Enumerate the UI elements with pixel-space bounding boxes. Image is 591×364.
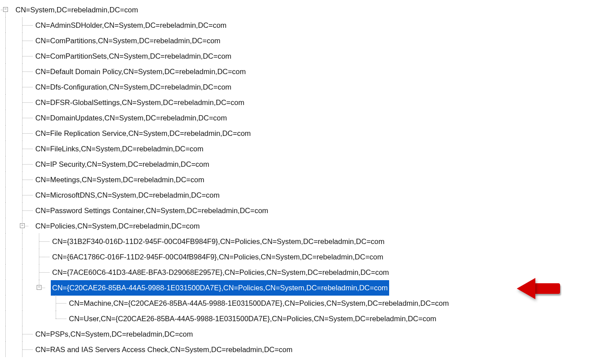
tree-node[interactable]: CN=User,CN={C20CAE26-85BA-44A5-9988-1E03…: [1, 311, 591, 326]
tree-node[interactable]: CN=IP Security,CN=System,DC=rebeladmin,D…: [1, 156, 591, 172]
tree-node[interactable]: CN=File Replication Service,CN=System,DC…: [1, 125, 591, 141]
tree-node-policies[interactable]: − CN=Policies,CN=System,DC=rebeladmin,DC…: [1, 218, 591, 233]
tree-node[interactable]: CN={6AC1786C-016F-11D2-945F-00C04fB984F9…: [1, 249, 591, 264]
tree-label: CN=PSPs,CN=System,DC=rebeladmin,DC=com: [34, 326, 194, 342]
collapse-icon[interactable]: −: [3, 7, 8, 12]
tree-node[interactable]: CN=ComPartitionSets,CN=System,DC=rebelad…: [1, 48, 591, 64]
tree-node[interactable]: CN=RAS and IAS Servers Access Check,CN=S…: [1, 341, 591, 357]
tree-label: CN=ComPartitionSets,CN=System,DC=rebelad…: [34, 49, 233, 64]
tree-label: CN=IP Security,CN=System,DC=rebeladmin,D…: [34, 157, 211, 172]
tree-node[interactable]: CN=AdminSDHolder,CN=System,DC=rebeladmin…: [1, 17, 591, 33]
tree-label: CN=User,CN={C20CAE26-85BA-44A5-9988-1E03…: [68, 311, 438, 326]
tree-node[interactable]: CN=DomainUpdates,CN=System,DC=rebeladmin…: [1, 110, 591, 125]
tree-label: CN=Default Domain Policy,CN=System,DC=re…: [34, 64, 247, 79]
tree-node[interactable]: CN={31B2F340-016D-11D2-945F-00C04FB984F9…: [1, 233, 591, 249]
tree-node[interactable]: CN=Default Domain Policy,CN=System,DC=re…: [1, 64, 591, 79]
tree-node[interactable]: CN=MicrosoftDNS,CN=System,DC=rebeladmin,…: [1, 187, 591, 203]
tree-label: CN=DFSR-GlobalSettings,CN=System,DC=rebe…: [34, 95, 246, 110]
tree-node-root[interactable]: − CN=System,DC=rebeladmin,DC=com: [1, 2, 591, 17]
tree-node[interactable]: CN={7ACE60C6-41D3-4A8E-BFA3-D29068E2957E…: [1, 264, 591, 280]
tree-label: CN=File Replication Service,CN=System,DC…: [34, 126, 252, 141]
tree-label: CN={31B2F340-016D-11D2-945F-00C04FB984F9…: [51, 234, 386, 249]
tree-node[interactable]: CN=DFSR-GlobalSettings,CN=System,DC=rebe…: [1, 94, 591, 110]
tree-label: CN=ComPartitions,CN=System,DC=rebeladmin…: [34, 33, 222, 49]
tree-node[interactable]: CN=FileLinks,CN=System,DC=rebeladmin,DC=…: [1, 141, 591, 156]
tree-node-selected[interactable]: − CN={C20CAE26-85BA-44A5-9988-1E031500DA…: [1, 280, 591, 295]
collapse-icon[interactable]: −: [37, 285, 42, 290]
tree-label: CN=Dfs-Configuration,CN=System,DC=rebela…: [34, 79, 233, 95]
ad-tree-view: − CN=System,DC=rebeladmin,DC=com CN=Admi…: [1, 2, 591, 357]
tree-node[interactable]: CN=Machine,CN={C20CAE26-85BA-44A5-9988-1…: [1, 295, 591, 311]
tree-label: CN=MicrosoftDNS,CN=System,DC=rebeladmin,…: [34, 188, 221, 203]
tree-label: CN={6AC1786C-016F-11D2-945F-00C04fB984F9…: [51, 249, 385, 265]
tree-label: CN=System,DC=rebeladmin,DC=com: [14, 2, 139, 18]
tree-label-selected: CN={C20CAE26-85BA-44A5-9988-1E031500DA7E…: [51, 280, 389, 296]
tree-node[interactable]: CN=Dfs-Configuration,CN=System,DC=rebela…: [1, 79, 591, 94]
collapse-icon[interactable]: −: [20, 223, 25, 228]
tree-node[interactable]: CN=PSPs,CN=System,DC=rebeladmin,DC=com: [1, 326, 591, 341]
tree-label: CN=DomainUpdates,CN=System,DC=rebeladmin…: [34, 110, 228, 126]
tree-label: CN=RAS and IAS Servers Access Check,CN=S…: [34, 342, 294, 357]
tree-node[interactable]: CN=ComPartitions,CN=System,DC=rebeladmin…: [1, 33, 591, 48]
tree-label: CN=AdminSDHolder,CN=System,DC=rebeladmin…: [34, 18, 228, 33]
tree-node[interactable]: CN=Password Settings Container,CN=System…: [1, 203, 591, 218]
tree-label: CN=FileLinks,CN=System,DC=rebeladmin,DC=…: [34, 141, 205, 157]
tree-label: CN=Machine,CN={C20CAE26-85BA-44A5-9988-1…: [68, 296, 450, 311]
tree-label: CN=Password Settings Container,CN=System…: [34, 203, 269, 218]
tree-label: CN=Meetings,CN=System,DC=rebeladmin,DC=c…: [34, 172, 205, 188]
tree-node[interactable]: CN=Meetings,CN=System,DC=rebeladmin,DC=c…: [1, 172, 591, 187]
tree-label: CN=Policies,CN=System,DC=rebeladmin,DC=c…: [34, 218, 201, 234]
tree-label: CN={7ACE60C6-41D3-4A8E-BFA3-D29068E2957E…: [51, 265, 390, 280]
